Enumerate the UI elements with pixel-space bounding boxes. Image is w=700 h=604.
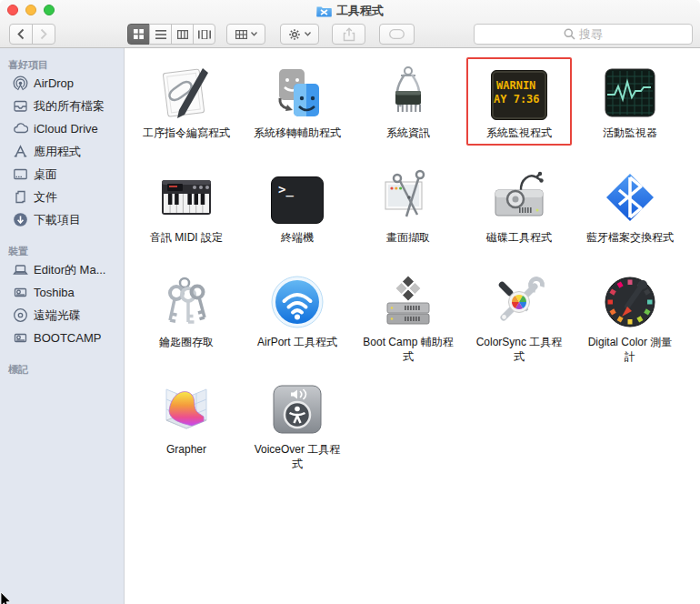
search-placeholder: 搜尋 xyxy=(579,26,603,43)
app-tile-colorsync-utility[interactable]: ColorSync 工具程式 xyxy=(466,267,572,369)
app-label: 終端機 xyxy=(281,230,314,245)
coverflow-view-button[interactable] xyxy=(193,24,215,45)
sidebar-item-toshiba[interactable]: Toshiba xyxy=(0,281,124,304)
search-input[interactable]: 搜尋 xyxy=(474,24,693,45)
sidebar-item-remote-disc[interactable]: 遠端光碟 xyxy=(0,304,124,327)
window-title: 工具程式 xyxy=(336,3,384,19)
sidebar-item-applications[interactable]: 應用程式 xyxy=(0,140,124,163)
share-icon xyxy=(343,27,355,42)
sidebar-item-label: BOOTCAMP xyxy=(34,331,101,345)
sidebar: 喜好項目 AirDrop 我的所有檔案 iCloud Drive xyxy=(0,48,125,604)
all-files-icon xyxy=(12,98,28,115)
share-button[interactable] xyxy=(332,24,365,45)
action-menu-button[interactable] xyxy=(280,24,319,45)
forward-icon xyxy=(39,28,48,40)
sidebar-item-label: 我的所有檔案 xyxy=(34,98,105,115)
app-label: 系統資訊 xyxy=(386,126,430,140)
view-mode-buttons xyxy=(127,24,215,45)
column-view-icon xyxy=(177,30,188,39)
icon-view-icon xyxy=(134,29,144,39)
sidebar-item-bootcamp[interactable]: BOOTCAMP xyxy=(0,327,124,349)
app-tile-digital-color-meter[interactable]: Digital Color 測量計 xyxy=(577,267,683,369)
icon-view-button[interactable] xyxy=(127,24,150,45)
arrange-icon xyxy=(235,30,247,39)
app-label: 音訊 MIDI 設定 xyxy=(150,230,223,245)
external-drive-icon xyxy=(12,285,28,301)
finder-window: 工具程式 xyxy=(0,0,700,604)
external-drive-icon xyxy=(12,330,28,347)
sidebar-item-label: 桌面 xyxy=(34,166,57,183)
documents-icon xyxy=(12,189,28,206)
sidebar-item-documents[interactable]: 文件 xyxy=(0,186,124,208)
app-tile-migration-assistant[interactable]: 系統移轉輔助程式 xyxy=(245,57,350,146)
folder-contents: 工序指令編寫程式 系統移轉輔助程式 xyxy=(125,48,700,604)
grab-icon xyxy=(379,168,437,226)
downloads-icon xyxy=(12,212,28,228)
chevron-down-icon xyxy=(251,32,257,36)
applications-icon xyxy=(12,144,28,160)
back-icon xyxy=(16,28,25,40)
back-button[interactable] xyxy=(9,24,33,45)
colorsync-utility-icon xyxy=(490,273,548,331)
terminal-icon: >_ xyxy=(268,168,326,226)
app-label: 系統移轉輔助程式 xyxy=(254,126,341,140)
app-tile-audio-midi-setup[interactable]: 音訊 MIDI 設定 xyxy=(134,162,239,250)
app-tile-system-monitor[interactable]: WARNINAY 7:36 系統監視程式 xyxy=(466,57,572,146)
search-icon xyxy=(564,28,575,40)
list-view-icon xyxy=(155,30,166,39)
keychain-access-icon xyxy=(157,273,215,331)
column-view-button[interactable] xyxy=(171,24,194,45)
app-label: VoiceOver 工具程式 xyxy=(250,442,345,471)
tag-icon xyxy=(389,29,405,39)
app-label: 畫面擷取 xyxy=(386,230,430,245)
app-tile-grab[interactable]: 畫面擷取 xyxy=(355,162,461,250)
sidebar-item-label: 下載項目 xyxy=(34,212,81,228)
sidebar-header-tags: 標記 xyxy=(0,360,124,377)
app-tile-terminal[interactable]: >_ 終端機 xyxy=(245,162,350,250)
app-tile-keychain-access[interactable]: 鑰匙圈存取 xyxy=(134,267,239,355)
audio-midi-setup-icon xyxy=(157,168,215,226)
gear-icon xyxy=(288,28,301,41)
titlebar: 工具程式 xyxy=(0,3,700,19)
mouse-cursor xyxy=(0,592,13,604)
sidebar-item-desktop[interactable]: 桌面 xyxy=(0,163,124,186)
icloud-icon xyxy=(12,121,28,137)
sidebar-header-favorites: 喜好項目 xyxy=(0,55,124,72)
app-tile-disk-utility[interactable]: 磁碟工具程式 xyxy=(466,162,572,250)
chevron-down-icon xyxy=(305,32,311,36)
sidebar-header-devices: 裝置 xyxy=(0,242,124,258)
sidebar-item-label: AirDrop xyxy=(34,76,74,90)
sidebar-section-tags: 標記 xyxy=(0,360,124,377)
app-tile-voiceover-utility[interactable]: VoiceOver 工具程式 xyxy=(245,374,350,477)
sidebar-item-all-my-files[interactable]: 我的所有檔案 xyxy=(0,95,124,117)
app-tile-boot-camp-assistant[interactable]: Boot Camp 輔助程式 xyxy=(355,267,461,369)
sidebar-item-editors-mac[interactable]: Editor的 Ma... xyxy=(0,258,124,281)
app-label: 磁碟工具程式 xyxy=(486,230,552,245)
tag-button[interactable] xyxy=(379,24,415,45)
sidebar-item-downloads[interactable]: 下載項目 xyxy=(0,208,124,231)
sidebar-item-icloud-drive[interactable]: iCloud Drive xyxy=(0,117,124,140)
app-tile-airport-utility[interactable]: AirPort 工具程式 xyxy=(245,267,350,355)
bluetooth-file-exchange-icon xyxy=(601,168,659,226)
app-label: 藍牙檔案交換程式 xyxy=(586,230,674,245)
digital-color-meter-icon xyxy=(601,273,659,331)
sidebar-section-devices: 裝置 Editor的 Ma... Toshiba 遠端光碟 xyxy=(0,242,124,349)
app-tile-script-editor[interactable]: 工序指令編寫程式 xyxy=(134,57,239,146)
sidebar-section-favorites: 喜好項目 AirDrop 我的所有檔案 iCloud Drive xyxy=(0,55,124,231)
app-tile-system-information[interactable]: 系統資訊 xyxy=(355,57,461,146)
app-label: 鑰匙圈存取 xyxy=(159,335,214,349)
forward-button[interactable] xyxy=(32,24,55,45)
app-tile-activity-monitor[interactable]: 活動監視器 xyxy=(577,57,683,146)
app-label: 工序指令編寫程式 xyxy=(143,126,230,140)
list-view-button[interactable] xyxy=(149,24,172,45)
app-tile-grapher[interactable]: Grapher xyxy=(134,374,239,462)
sidebar-item-airdrop[interactable]: AirDrop xyxy=(0,72,124,95)
coverflow-view-icon xyxy=(198,30,211,39)
migration-assistant-icon xyxy=(268,64,326,122)
app-label: ColorSync 工具程式 xyxy=(472,335,566,364)
grapher-icon xyxy=(157,380,215,438)
arrange-button[interactable] xyxy=(226,24,265,45)
airdrop-icon xyxy=(12,76,28,92)
toolbar: 搜尋 xyxy=(0,20,700,48)
app-tile-bluetooth-file-exchange[interactable]: 藍牙檔案交換程式 xyxy=(577,162,683,250)
